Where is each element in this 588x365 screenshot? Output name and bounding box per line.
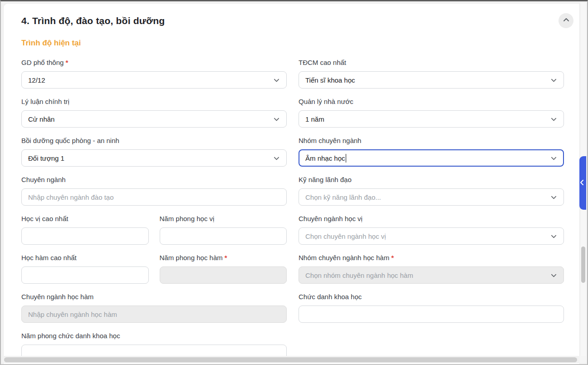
nam-phong-hoc-vi-input[interactable] [160, 227, 287, 245]
nhom-chuyen-nganh-hoc-ham-select: Chọn nhóm chuyên ngành học hàm [299, 266, 564, 284]
label-text: Năm phong học hàm [160, 254, 223, 261]
subsection-title: Trình độ hiện tại [21, 39, 579, 48]
nhom-chuyen-nganh-select[interactable]: Âm nhạc học [299, 149, 564, 167]
chevron-up-icon [563, 16, 570, 25]
nam-phong-chuc-danh-khoa-hoc-label: Năm phong chức danh khoa học [21, 331, 287, 340]
quan-ly-nha-nuoc-label: Quản lý nhà nước [299, 97, 564, 106]
app-window: 4. Trình độ, đào tạo, bồi dưỡng Trình độ… [0, 0, 588, 365]
chuyen-nganh-label: Chuyên ngành [21, 175, 287, 184]
chevron-down-icon [273, 155, 280, 162]
quan-ly-nha-nuoc-select[interactable]: 1 năm [299, 110, 564, 128]
field-group-hoc-ham: Học hàm cao nhất Năm phong học hàm* [21, 253, 287, 284]
field-group-chuyen-nganh: Chuyên ngành [21, 175, 287, 206]
nhom-chuyen-nganh-hoc-ham-label: Nhóm chuyên ngành học hàm* [299, 253, 564, 262]
field-group-boi-duong-quoc-phong: Bồi dưỡng quốc phòng - an ninh Đối tượng… [21, 136, 287, 167]
chevron-down-icon [550, 77, 557, 84]
nhom-chuyen-nganh-label: Nhóm chuyên ngành [299, 136, 564, 145]
field-group-tdcm-cao-nhat: TĐCM cao nhất Tiến sĩ khoa học [299, 58, 564, 89]
chuyen-nganh-hoc-vi-label: Chuyên ngành học vị [299, 214, 564, 223]
tdcm-cao-nhat-label: TĐCM cao nhất [299, 58, 564, 67]
gd-pho-thong-label: GD phổ thông* [21, 58, 287, 67]
select-value: 1 năm [305, 115, 324, 123]
boi-duong-quoc-phong-select[interactable]: Đối tượng 1 [21, 149, 287, 167]
field-group-ly-luan-chinh-tri: Lý luận chính trị Cử nhân [21, 97, 287, 128]
chevron-down-icon [273, 77, 280, 84]
select-value: Âm nhạc học [305, 154, 345, 162]
side-drawer-handle[interactable] [579, 156, 586, 210]
boi-duong-quoc-phong-label: Bồi dưỡng quốc phòng - an ninh [21, 136, 287, 145]
nam-phong-hoc-ham-label: Năm phong học hàm* [160, 253, 287, 262]
field-group-nhom-chuyen-nganh-hoc-ham: Nhóm chuyên ngành học hàm* Chọn nhóm chu… [299, 253, 564, 284]
required-asterisk: * [391, 254, 394, 261]
horizontal-scrollbar-thumb[interactable] [4, 357, 577, 362]
field-group-chuc-danh-khoa-hoc: Chức danh khoa học [299, 292, 564, 323]
select-value: 12/12 [28, 76, 45, 84]
chevron-down-icon [273, 116, 280, 123]
field-group-hoc-ham-cao-nhat: Học hàm cao nhất [21, 253, 149, 284]
field-group-chuyen-nganh-hoc-vi: Chuyên ngành học vị Chọn chuyên ngành họ… [299, 214, 564, 245]
vertical-scrollbar-thumb[interactable] [581, 247, 585, 283]
tdcm-cao-nhat-select[interactable]: Tiến sĩ khoa học [299, 71, 564, 89]
chuyen-nganh-hoc-ham-label: Chuyên ngành học hàm [21, 292, 287, 301]
horizontal-scrollbar[interactable] [2, 356, 580, 363]
nam-phong-hoc-vi-label: Năm phong học vị [160, 214, 287, 223]
scrollbar-corner [580, 356, 586, 363]
field-group-chuyen-nganh-hoc-ham: Chuyên ngành học hàm [21, 292, 287, 323]
hoc-vi-cao-nhat-input[interactable] [21, 227, 149, 245]
select-value: Đối tượng 1 [28, 154, 64, 162]
label-text: GD phổ thông [21, 59, 64, 66]
ly-luan-chinh-tri-select[interactable]: Cử nhân [21, 110, 287, 128]
select-placeholder: Chọn nhóm chuyên ngành học hàm [305, 271, 413, 279]
required-asterisk: * [225, 254, 227, 261]
chevron-left-icon [579, 179, 584, 187]
hoc-ham-cao-nhat-label: Học hàm cao nhất [21, 253, 149, 262]
chuyen-nganh-hoc-vi-select[interactable]: Chọn chuyên ngành học vị [299, 227, 564, 245]
chevron-down-icon [550, 233, 557, 240]
select-placeholder: Chọn kỹ năng lãnh đạo... [305, 193, 381, 201]
chuyen-nganh-hoc-ham-input [21, 306, 287, 323]
chuc-danh-khoa-hoc-input[interactable] [299, 306, 564, 323]
field-group-hoc-vi-cao-nhat: Học vị cao nhất [21, 214, 149, 245]
select-placeholder: Chọn chuyên ngành học vị [305, 232, 386, 240]
section-title: 4. Trình độ, đào tạo, bồi dưỡng [21, 15, 579, 26]
section-content: 4. Trình độ, đào tạo, bồi dưỡng Trình độ… [4, 4, 579, 364]
chuc-danh-khoa-hoc-label: Chức danh khoa học [299, 292, 564, 301]
text-caret [346, 154, 347, 163]
chuyen-nganh-input[interactable] [21, 188, 287, 206]
field-group-quan-ly-nha-nuoc: Quản lý nhà nước 1 năm [299, 97, 564, 128]
field-group-ky-nang-lanh-dao: Kỹ năng lãnh đạo Chọn kỹ năng lãnh đạo..… [299, 175, 564, 206]
collapse-section-button[interactable] [559, 13, 573, 28]
ky-nang-lanh-dao-label: Kỹ năng lãnh đạo [299, 175, 564, 184]
ky-nang-lanh-dao-select[interactable]: Chọn kỹ năng lãnh đạo... [299, 188, 564, 206]
chevron-down-icon [550, 116, 557, 123]
form-grid: GD phổ thông* 12/12 TĐCM cao nhất Tiến s… [21, 58, 564, 362]
hoc-ham-cao-nhat-input[interactable] [21, 266, 149, 284]
field-group-nam-phong-hoc-vi: Năm phong học vị [160, 214, 287, 245]
gd-pho-thong-select[interactable]: 12/12 [21, 71, 287, 89]
field-group-hoc-vi: Học vị cao nhất Năm phong học vị [21, 214, 287, 245]
hoc-vi-cao-nhat-label: Học vị cao nhất [21, 214, 149, 223]
select-value: Tiến sĩ khoa học [305, 76, 355, 84]
field-group-gd-pho-thong: GD phổ thông* 12/12 [21, 58, 287, 89]
ly-luan-chinh-tri-label: Lý luận chính trị [21, 97, 287, 106]
chevron-down-icon [550, 194, 557, 201]
select-value: Cử nhân [28, 115, 54, 123]
nam-phong-hoc-ham-input [160, 266, 287, 284]
field-group-nam-phong-hoc-ham: Năm phong học hàm* [160, 253, 287, 284]
chevron-down-icon [550, 272, 557, 279]
chevron-down-icon [550, 155, 557, 162]
required-asterisk: * [65, 59, 68, 66]
field-group-nhom-chuyen-nganh: Nhóm chuyên ngành Âm nhạc học [299, 136, 564, 167]
section-card: 4. Trình độ, đào tạo, bồi dưỡng Trình độ… [3, 3, 580, 364]
label-text: Nhóm chuyên ngành học hàm [299, 254, 389, 261]
